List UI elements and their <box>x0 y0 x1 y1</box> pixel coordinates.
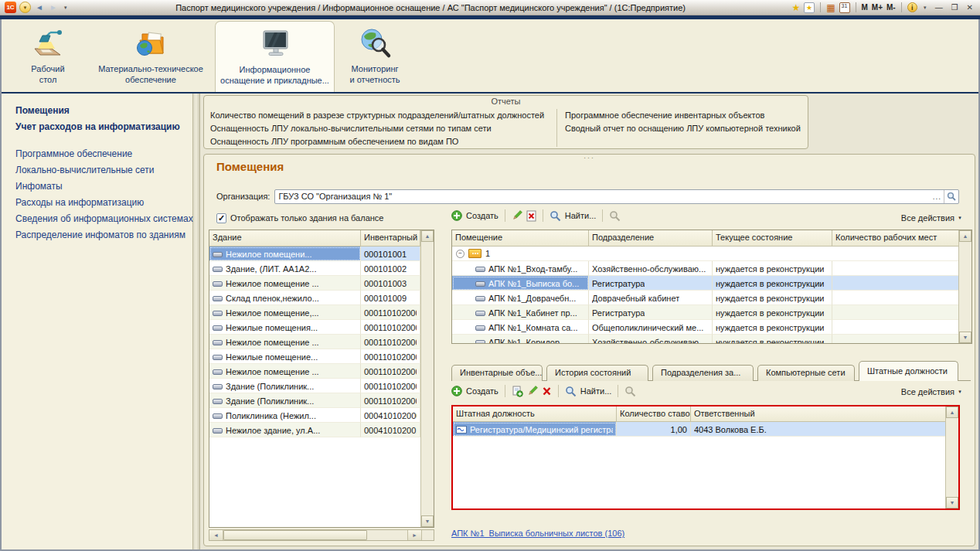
tab-inventory-objects[interactable]: Инвентарные объе... <box>451 365 543 381</box>
balance-only-checkbox[interactable]: ✓ <box>216 213 226 223</box>
report-link-computer-equipment-summary[interactable]: Сводный отчет по оснащению ЛПУ компьютер… <box>565 122 805 135</box>
column-header-building[interactable]: Здание <box>209 230 361 247</box>
favorites-icon[interactable]: ★ <box>804 2 815 13</box>
find-button[interactable]: Найти... <box>550 210 597 222</box>
scroll-right-icon[interactable]: ► <box>407 530 421 540</box>
tab-departments[interactable]: Подразделения за... <box>652 365 754 381</box>
sidebar-item-info-systems[interactable]: Сведения об информационных системах <box>15 213 192 224</box>
memory-recall-button[interactable]: M <box>862 3 868 12</box>
tab-monitoring[interactable]: Мониторинги отчетность <box>336 21 413 92</box>
buildings-horizontal-scrollbar[interactable]: ◄ ► <box>209 529 434 541</box>
report-link-lan-by-type[interactable]: Оснащенность ЛПУ локально-вычислительным… <box>210 122 556 135</box>
back-button[interactable]: ◄ <box>34 3 45 12</box>
scroll-down-icon[interactable]: ▼ <box>946 497 958 508</box>
table-row[interactable]: Поликлиника (Нежил... 0004101020009 <box>209 408 420 423</box>
table-row[interactable]: Здание, (ЛИТ. АА1А2... 000101002 <box>209 261 420 276</box>
column-header-workplaces[interactable]: Количество рабочих мест <box>832 230 958 247</box>
selected-room-link[interactable]: АПК №1_Выписка больничных листов (106) <box>451 529 624 538</box>
main-menu-button[interactable]: ▼ <box>19 2 31 13</box>
column-header-inventory-number[interactable]: Инвентарный номер <box>361 230 420 247</box>
sidebar-item-rooms[interactable]: Помещения <box>15 105 192 116</box>
report-link-inventory-software[interactable]: Программное обеспечение инвентарных объе… <box>565 109 805 122</box>
calendar-icon[interactable]: 31 <box>839 2 850 13</box>
table-row[interactable]: Нежилые помещения... 0001101020002 <box>209 320 420 335</box>
collapse-group-icon[interactable]: − <box>456 250 464 258</box>
copy-button[interactable] <box>512 386 523 397</box>
column-header-room[interactable]: Помещение <box>452 230 589 247</box>
table-row[interactable]: Нежилое помещени... 000101001 <box>209 247 420 261</box>
positions-delete-button[interactable] <box>542 386 552 397</box>
organization-search-button[interactable] <box>944 190 958 203</box>
table-row[interactable]: Нежилое помещение,... 0001101020001 <box>209 305 420 320</box>
rooms-group-row[interactable]: − 1 <box>452 247 958 261</box>
memory-subtract-button[interactable]: M- <box>886 3 896 12</box>
tab-desktop[interactable]: Рабочийстол <box>9 21 87 92</box>
tab-staff-positions[interactable]: Штатные должности <box>859 361 958 381</box>
column-header-rate-count[interactable]: Количество ставок <box>617 406 691 422</box>
table-row[interactable]: Нежилое помещение ... 0001101020006 <box>209 364 420 379</box>
column-header-position[interactable]: Штатная должность <box>453 406 617 422</box>
info-button[interactable]: i <box>907 2 917 12</box>
report-link-rooms-by-departments[interactable]: Количество помещений в разрезе структурн… <box>210 109 556 122</box>
history-dropdown-icon[interactable]: ▼ <box>62 5 70 10</box>
table-row[interactable]: АПК №1_Коридор Хозяйственно-обслуживаю..… <box>452 335 958 343</box>
maximize-button[interactable]: ❒ <box>949 3 961 12</box>
tab-state-history[interactable]: История состояний <box>546 365 648 381</box>
sidebar-item-infomats[interactable]: Инфоматы <box>15 181 192 192</box>
table-row[interactable]: Здание (Поликлиник... 0001101020008 <box>209 393 420 408</box>
positions-vertical-scrollbar[interactable]: ▲ ▼ <box>945 406 958 508</box>
sidebar-splitter[interactable] <box>193 94 200 549</box>
table-row[interactable]: АПК №1_Комната са... Общеполиклинический… <box>452 320 958 335</box>
buildings-vertical-scrollbar[interactable]: ▲ ▼ <box>420 230 434 527</box>
delete-button[interactable] <box>526 210 536 222</box>
memory-add-button[interactable]: M+ <box>872 3 883 12</box>
scroll-up-icon[interactable]: ▲ <box>421 230 434 242</box>
sidebar-item-it-expenses-accounting[interactable]: Учет расходов на информатизацию <box>15 121 192 132</box>
scroll-left-icon[interactable]: ◄ <box>209 530 223 540</box>
organization-input[interactable] <box>275 192 930 201</box>
positions-edit-button[interactable] <box>527 386 538 396</box>
info-dropdown-icon[interactable]: ▼ <box>921 5 929 10</box>
scroll-up-icon[interactable]: ▲ <box>946 406 958 418</box>
clear-find-button[interactable] <box>609 210 621 222</box>
tab-information-equipment[interactable]: Информационноеоснащение и прикладные... <box>215 21 335 92</box>
rooms-all-actions-button[interactable]: Все действия ▼ <box>901 213 962 223</box>
organization-select-button[interactable]: ... <box>931 192 944 201</box>
minimize-button[interactable]: — <box>933 3 945 12</box>
tab-computer-networks[interactable]: Компьютерные сети <box>757 365 855 381</box>
calculator-icon[interactable]: ▦ <box>826 2 835 13</box>
table-row[interactable]: Нежилое помещение ... 0001101020004 <box>209 335 420 349</box>
sidebar-item-it-expenses[interactable]: Расходы на информатизацию <box>15 197 192 208</box>
scroll-up-icon[interactable]: ▲ <box>959 230 971 242</box>
scroll-down-icon[interactable]: ▼ <box>959 332 971 343</box>
rooms-vertical-scrollbar[interactable]: ▲ ▼ <box>958 230 971 343</box>
table-row[interactable]: Склад пленок,нежило... 000101009 <box>209 291 420 305</box>
table-row[interactable]: АПК №1_Кабинет пр... Регистратура нуждае… <box>452 305 958 320</box>
column-header-department[interactable]: Подразделение <box>589 230 713 247</box>
tab-material-support[interactable]: Материально-техническоеобеспечение <box>88 21 213 92</box>
scrollbar-thumb[interactable] <box>223 530 367 540</box>
sidebar-item-software[interactable]: Программное обеспечение <box>15 148 192 159</box>
table-row[interactable]: АПК №1_Вход-тамбу... Хозяйственно-обслуж… <box>452 261 958 276</box>
column-header-responsible[interactable]: Ответственный <box>691 406 945 422</box>
scroll-down-icon[interactable]: ▼ <box>421 515 434 527</box>
table-row[interactable]: Нежилые помещение... 0001101020005 <box>209 349 420 364</box>
add-favorite-icon[interactable]: ★ <box>791 2 800 13</box>
column-header-current-state[interactable]: Текущее состояние <box>713 230 832 247</box>
create-button[interactable]: Создать <box>451 210 499 221</box>
table-row[interactable]: Нежилое помещение ... 000101003 <box>209 276 420 291</box>
forward-button[interactable]: ► <box>48 3 59 12</box>
panel-splitter-handle[interactable]: ∙∙∙ <box>584 153 594 162</box>
positions-create-button[interactable]: Создать <box>451 386 499 396</box>
close-button[interactable]: ✕ <box>965 3 975 12</box>
report-link-software-by-type[interactable]: Оснащенность ЛПУ программным обеспечение… <box>210 135 556 148</box>
positions-clear-find-button[interactable] <box>624 386 636 397</box>
table-row[interactable]: Нежилое здание, ул.А... 0004101020010 <box>209 423 420 437</box>
table-row[interactable]: АПК №1_Доврачебн... Доврачебный кабинет … <box>452 291 958 305</box>
table-row[interactable]: АПК №1_Выписка бо... Регистратура нуждае… <box>452 276 958 291</box>
edit-button[interactable] <box>512 210 522 221</box>
positions-find-button[interactable]: Найти... <box>565 386 612 397</box>
sidebar-item-lan[interactable]: Локально-вычислительные сети <box>15 165 192 175</box>
table-row[interactable]: Регистратура/Медицинский регистратор/ОМС… <box>453 422 945 437</box>
table-row[interactable]: Здание (Поликлиник... 0001101020007 <box>209 379 420 393</box>
